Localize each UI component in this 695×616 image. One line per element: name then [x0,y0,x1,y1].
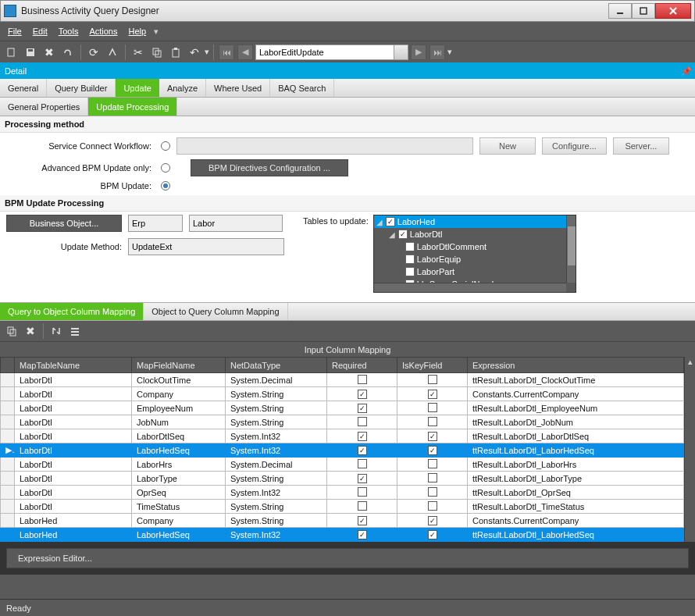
save-icon[interactable] [22,44,39,61]
tree-vscrollbar[interactable] [566,215,576,283]
grid-vscrollbar[interactable]: ▴ [684,357,695,542]
cell-expression[interactable]: ttResult.LaborDtl_LaborType [468,472,684,486]
nav-next-icon[interactable]: ▶ [411,45,426,60]
grid-options-icon[interactable] [66,322,84,340]
cell-iskey[interactable] [397,514,468,528]
cell-maptable[interactable]: LaborDtl [15,472,132,486]
pin-icon[interactable]: 📌 [681,66,690,76]
cell-required[interactable] [327,486,397,500]
menu-actions[interactable]: Actions [84,25,122,37]
tab-query-to-object[interactable]: Query to Object Column Mapping [0,303,144,320]
tree-hscrollbar[interactable] [374,283,566,292]
business-object-button[interactable]: Business Object... [6,215,122,232]
table-row[interactable]: LaborDtlLaborTypeSystem.StringttResult.L… [1,472,684,486]
cell-iskey[interactable] [397,443,468,458]
tab-object-to-query[interactable]: Object to Query Column Mapping [144,303,287,320]
cell-expression[interactable]: Constants.CurrentCompany [468,387,684,401]
tab-analyze[interactable]: Analyze [159,79,206,97]
copy-icon[interactable] [148,44,166,61]
menu-help[interactable]: Help [123,25,151,37]
cell-iskey[interactable] [397,486,468,500]
menu-tools[interactable]: Tools [54,25,84,37]
cell-required[interactable] [327,387,397,401]
mapping-grid[interactable]: MapTableName MapFieldName NetDataType Re… [0,357,684,542]
table-row[interactable]: LaborHedCompanySystem.StringConstants.Cu… [1,514,684,528]
cell-maptable[interactable]: LaborDtl [15,443,132,458]
new-icon[interactable] [3,44,20,61]
cell-expression[interactable]: ttResult.LaborDtl_TimeStatus [468,500,684,514]
cell-netdt[interactable]: System.String [226,387,327,401]
tab-where-used[interactable]: Where Used [206,79,270,97]
cell-required[interactable] [327,401,397,415]
delete-icon[interactable]: ✖ [41,44,58,61]
cell-expression[interactable]: ttResult.LaborDtl_LaborHrs [468,458,684,472]
tab-query-builder[interactable]: Query Builder [47,79,116,97]
table-row[interactable]: LaborDtlLaborDtlSeqSystem.Int32ttResult.… [1,429,684,443]
cell-maptable[interactable]: LaborDtl [15,387,132,401]
cell-netdt[interactable]: System.Decimal [226,458,327,472]
cell-netdt[interactable]: System.Int32 [226,486,327,500]
close-button[interactable] [655,3,691,19]
cell-mapfield[interactable]: LaborHedSeq [132,443,226,458]
svc-workflow-textbox[interactable] [176,137,473,155]
new-button[interactable]: New [479,137,536,155]
cell-mapfield[interactable]: ClockOutTime [132,373,226,387]
table-row[interactable]: LaborDtlEmployeeNumSystem.StringttResult… [1,401,684,415]
col-maptable[interactable]: MapTableName [15,358,132,373]
col-required[interactable]: Required [327,358,397,373]
chevron-down-icon[interactable]: ▾ [205,47,209,57]
col-expression[interactable]: Expression [468,358,684,373]
table-row[interactable]: LaborDtlLaborHrsSystem.DecimalttResult.L… [1,458,684,472]
cell-mapfield[interactable]: EmployeeNum [132,401,226,415]
cell-iskey[interactable] [397,528,468,542]
tab-update[interactable]: Update [116,79,159,97]
cell-mapfield[interactable]: Company [132,514,226,528]
cell-iskey[interactable] [397,458,468,472]
cell-maptable[interactable]: LaborDtl [15,458,132,472]
paste-icon[interactable] [167,44,184,61]
chevron-down-icon[interactable]: ▾ [154,27,163,36]
cell-required[interactable] [327,472,397,486]
tree-node-labordtlcomment[interactable]: LaborDtlComment [374,240,576,253]
checkbox-icon[interactable] [398,230,408,239]
cell-expression[interactable]: ttResult.LaborDtl_LaborHedSeq [468,443,684,458]
cell-maptable[interactable]: LaborDtl [15,401,132,415]
checkbox-icon[interactable] [386,217,395,226]
cell-required[interactable] [327,500,397,514]
cell-expression[interactable]: ttResult.LaborDtl_JobNum [468,415,684,429]
cell-mapfield[interactable]: LaborType [132,472,226,486]
server-button[interactable]: Server... [613,137,669,155]
cell-expression[interactable]: ttResult.LaborDtl_EmployeeNum [468,401,684,415]
cell-expression[interactable]: ttResult.LaborDtl_LaborHedSeq [468,528,684,542]
checkbox-icon[interactable] [405,255,415,264]
table-row[interactable]: LaborDtlTimeStatusSystem.StringttResult.… [1,500,684,514]
refresh-icon[interactable]: ⟳ [85,44,102,61]
cell-required[interactable] [327,443,397,458]
table-row[interactable]: LaborHedLaborHedSeqSystem.Int32ttResult.… [1,528,684,542]
cell-maptable[interactable]: LaborDtl [15,486,132,500]
cell-netdt[interactable]: System.Decimal [226,373,327,387]
tables-tree[interactable]: ◢ LaborHed ◢ LaborDtl LaborDtlComment [373,215,576,293]
cell-iskey[interactable] [397,415,468,429]
copy-icon[interactable] [3,322,20,340]
cell-required[interactable] [327,415,397,429]
cell-iskey[interactable] [397,387,468,401]
cell-expression[interactable]: ttResult.LaborDtl_ClockOutTime [468,373,684,387]
tree-node-laborhed[interactable]: ◢ LaborHed [374,215,576,228]
cell-expression[interactable]: ttResult.LaborDtl_LaborDtlSeq [468,429,684,443]
cell-mapfield[interactable]: JobNum [132,415,226,429]
cell-required[interactable] [327,514,397,528]
checkbox-icon[interactable] [405,242,415,251]
cell-mapfield[interactable]: OprSeq [132,486,226,500]
expand-icon[interactable]: ◢ [376,218,383,226]
col-mapfield[interactable]: MapFieldName [132,358,226,373]
cell-iskey[interactable] [397,429,468,443]
bo-name-input[interactable] [189,215,283,232]
cell-maptable[interactable]: LaborHed [15,514,132,528]
chevron-down-icon[interactable]: ▾ [447,47,452,57]
cell-required[interactable] [327,373,397,387]
cell-maptable[interactable]: LaborDtl [15,373,132,387]
cell-netdt[interactable]: System.String [226,500,327,514]
query-combo-drop[interactable]: ▾ [394,45,408,60]
nav-prev-icon[interactable]: ◀ [237,45,253,60]
